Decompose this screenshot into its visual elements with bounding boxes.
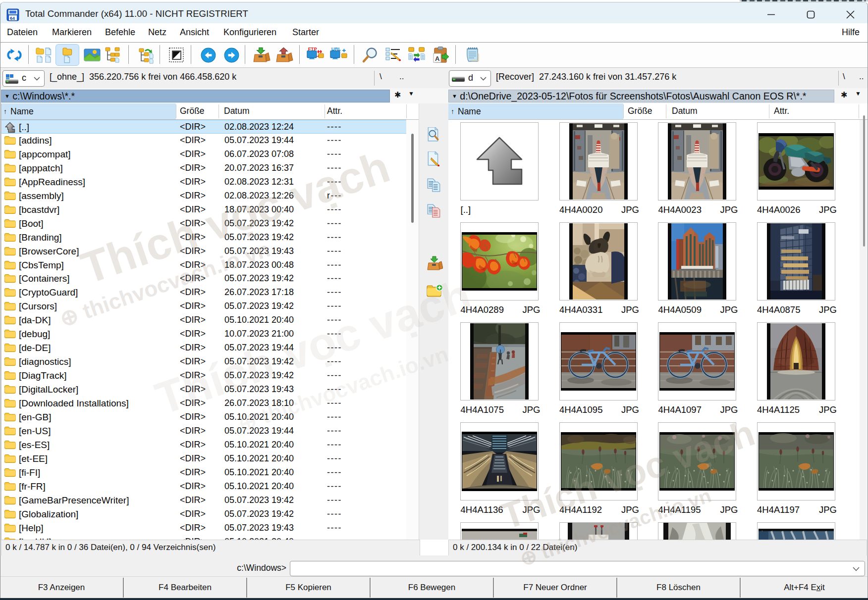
svg-text:64: 64 [10,16,15,21]
svg-text:URL: URL [331,46,341,51]
svg-text:A: A [435,55,440,62]
svg-text:FTP: FTP [308,46,317,51]
